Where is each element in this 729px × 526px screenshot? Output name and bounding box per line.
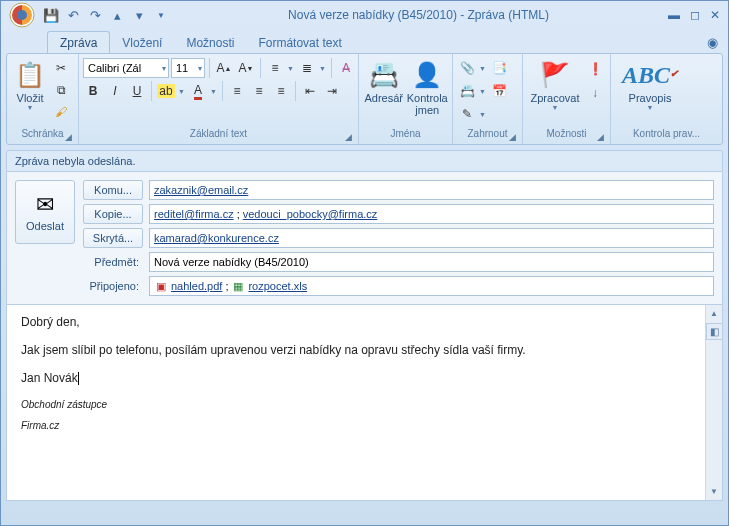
subject-field[interactable]: Nová verze nabídky (B45/2010)	[149, 252, 714, 272]
next-icon[interactable]: ▾	[131, 7, 147, 23]
info-banner: Zpráva nebyla odeslána.	[6, 150, 723, 172]
spelling-button[interactable]: ABC✔ Pravopis ▼	[615, 56, 685, 111]
bold-button[interactable]: B	[83, 81, 103, 101]
group-track-label: Možnosti	[546, 128, 586, 139]
clipboard-icon: 📋	[15, 58, 45, 92]
group-include-label: Zahrnout	[467, 128, 507, 139]
signature-title: Obchodní zástupce	[21, 399, 708, 410]
ribbon: 📋 Vložit ▼ ✂ ⧉ 🖌 Schránka◢ Calibri (Zál …	[6, 53, 723, 145]
italic-button[interactable]: I	[105, 81, 125, 101]
bcc-field[interactable]: kamarad@konkurence.cz	[149, 228, 714, 248]
message-body[interactable]: Dobrý den, Jak jsem slíbil po telefonu, …	[6, 305, 723, 501]
attach-label: Připojeno:	[83, 280, 143, 292]
signature-button[interactable]: ✎	[457, 104, 477, 124]
redo-icon[interactable]: ↷	[87, 7, 103, 23]
quick-access-toolbar: 💾 ↶ ↷ ▴ ▾ ▼	[43, 7, 169, 23]
to-button[interactable]: Komu...	[83, 180, 143, 200]
highlight-button[interactable]: ab	[156, 81, 176, 101]
envelope-icon: ✉	[36, 192, 54, 218]
svg-point-1	[17, 10, 27, 20]
font-launcher[interactable]: ◢	[342, 131, 354, 143]
low-importance-button[interactable]: ↓	[585, 83, 605, 103]
subject-label: Předmět:	[83, 256, 143, 268]
tab-insert[interactable]: Vložení	[110, 32, 174, 53]
message-header: ✉ Odeslat Komu... zakaznik@email.cz Kopi…	[6, 172, 723, 305]
decrease-indent-button[interactable]: ⇤	[300, 81, 320, 101]
tab-format[interactable]: Formátovat text	[246, 32, 353, 53]
body-greeting: Dobrý den,	[21, 315, 708, 329]
pdf-icon: ▣	[154, 279, 168, 293]
title-bar: 💾 ↶ ↷ ▴ ▾ ▼ Nová verze nabídky (B45/2010…	[1, 1, 728, 29]
flag-icon: 🚩	[540, 58, 570, 92]
high-importance-button[interactable]: ❗	[585, 59, 605, 79]
attachments-field[interactable]: ▣nahled.pdf; ▦rozpocet.xls	[149, 276, 714, 296]
help-icon[interactable]: ◉	[707, 35, 718, 53]
undo-icon[interactable]: ↶	[65, 7, 81, 23]
align-center-button[interactable]: ≡	[249, 81, 269, 101]
font-name-combo[interactable]: Calibri (Zál	[83, 58, 169, 78]
clipboard-launcher[interactable]: ◢	[62, 131, 74, 143]
cut-button[interactable]: ✂	[51, 58, 71, 78]
group-names-label: Jména	[363, 128, 448, 144]
shrink-font-button[interactable]: A▼	[236, 58, 256, 78]
numbering-button[interactable]: ≣	[297, 58, 317, 78]
signature-company: Firma.cz	[21, 420, 708, 431]
addressbook-icon: 📇	[369, 58, 399, 92]
align-right-button[interactable]: ≡	[271, 81, 291, 101]
spelling-icon: ABC✔	[622, 58, 678, 92]
cc-field[interactable]: reditel@firma.cz; vedouci_pobocky@firma.…	[149, 204, 714, 224]
calendar-button[interactable]: 📅	[489, 81, 509, 101]
checknames-button[interactable]: 👤 Kontrola jmen	[407, 56, 449, 116]
window-title: Nová verze nabídky (B45/2010) - Zpráva (…	[169, 8, 668, 22]
attachment-2[interactable]: rozpocet.xls	[248, 280, 307, 292]
xls-icon: ▦	[231, 279, 245, 293]
addressbook-button[interactable]: 📇 Adresář	[363, 56, 405, 104]
to-field[interactable]: zakaznik@email.cz	[149, 180, 714, 200]
send-button[interactable]: ✉ Odeslat	[15, 180, 75, 244]
align-left-button[interactable]: ≡	[227, 81, 247, 101]
scroll-up-icon[interactable]: ▲	[706, 305, 722, 322]
format-painter-button[interactable]: 🖌	[51, 102, 71, 122]
cc-button[interactable]: Kopie...	[83, 204, 143, 224]
include-launcher[interactable]: ◢	[506, 131, 518, 143]
ribbon-tabs: Zpráva Vložení Možnosti Formátovat text …	[1, 29, 728, 53]
business-card-button[interactable]: 📇	[457, 81, 477, 101]
group-clipboard-label: Schránka	[21, 128, 63, 139]
tab-options[interactable]: Možnosti	[174, 32, 246, 53]
checknames-icon: 👤	[412, 58, 442, 92]
group-font-label: Základní text	[190, 128, 247, 139]
track-launcher[interactable]: ◢	[594, 131, 606, 143]
bcc-button[interactable]: Skrytá...	[83, 228, 143, 248]
message-area: Zpráva nebyla odeslána. ✉ Odeslat Komu..…	[6, 150, 723, 501]
group-proof-label: Kontrola prav...	[615, 128, 718, 144]
office-button[interactable]	[5, 2, 39, 28]
body-signature-name: Jan Novák	[21, 371, 708, 385]
tab-message[interactable]: Zpráva	[47, 31, 110, 53]
paste-button[interactable]: 📋 Vložit ▼	[11, 56, 49, 111]
attachment-1[interactable]: nahled.pdf	[171, 280, 222, 292]
body-text: Jak jsem slíbil po telefonu, posílám upr…	[21, 343, 708, 357]
bullets-button[interactable]: ≡	[265, 58, 285, 78]
close-button[interactable]: ✕	[710, 8, 720, 22]
font-size-combo[interactable]: 11	[171, 58, 205, 78]
qat-customize-icon[interactable]: ▼	[153, 7, 169, 23]
minimize-button[interactable]: ▬	[668, 8, 680, 22]
save-icon[interactable]: 💾	[43, 7, 59, 23]
underline-button[interactable]: U	[127, 81, 147, 101]
copy-button[interactable]: ⧉	[51, 80, 71, 100]
font-color-button[interactable]: A	[188, 81, 208, 101]
increase-indent-button[interactable]: ⇥	[322, 81, 342, 101]
followup-button[interactable]: 🚩 Zpracovat ▼	[527, 56, 583, 111]
scroll-down-icon[interactable]: ▼	[706, 483, 722, 500]
attach-item-button[interactable]: 📑	[489, 58, 509, 78]
previous-icon[interactable]: ▴	[109, 7, 125, 23]
attach-file-button[interactable]: 📎	[457, 58, 477, 78]
grow-font-button[interactable]: A▲	[214, 58, 234, 78]
clear-format-button[interactable]: A̶	[336, 58, 356, 78]
ruler-toggle[interactable]: ◧	[706, 323, 723, 340]
maximize-button[interactable]: ◻	[690, 8, 700, 22]
